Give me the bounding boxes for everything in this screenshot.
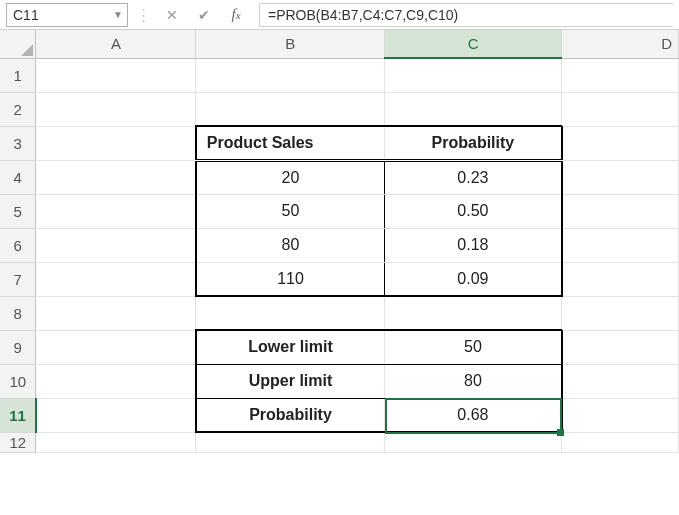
- cell-B9[interactable]: Lower limit: [196, 330, 385, 364]
- col-head-B[interactable]: B: [196, 30, 385, 58]
- formula-text: =PROB(B4:B7,C4:C7,C9,C10): [268, 7, 458, 23]
- row-head-5[interactable]: 5: [0, 194, 36, 228]
- cell-C7[interactable]: 0.09: [385, 262, 562, 296]
- cell-B8[interactable]: [196, 296, 385, 330]
- cell-B10[interactable]: Upper limit: [196, 364, 385, 398]
- row-head-8[interactable]: 8: [0, 296, 36, 330]
- cell-A1[interactable]: [36, 58, 196, 92]
- row-head-1[interactable]: 1: [0, 58, 36, 92]
- cell-D12[interactable]: [562, 432, 679, 452]
- row-head-3[interactable]: 3: [0, 126, 36, 160]
- cell-B4[interactable]: 20: [196, 160, 385, 194]
- row-head-4[interactable]: 4: [0, 160, 36, 194]
- cell-A2[interactable]: [36, 92, 196, 126]
- row-head-6[interactable]: 6: [0, 228, 36, 262]
- row-head-11[interactable]: 11: [0, 398, 36, 432]
- cell-B2[interactable]: [196, 92, 385, 126]
- cell-A12[interactable]: [36, 432, 196, 452]
- cell-D5[interactable]: [562, 194, 679, 228]
- cell-D1[interactable]: [562, 58, 679, 92]
- fx-icon[interactable]: fx: [223, 4, 249, 26]
- row-head-2[interactable]: 2: [0, 92, 36, 126]
- cell-C5[interactable]: 0.50: [385, 194, 562, 228]
- cell-C6[interactable]: 0.18: [385, 228, 562, 262]
- cell-B6[interactable]: 80: [196, 228, 385, 262]
- col-head-D[interactable]: D: [562, 30, 679, 58]
- cell-A9[interactable]: [36, 330, 196, 364]
- cell-B11[interactable]: Probability: [196, 398, 385, 432]
- cell-C4[interactable]: 0.23: [385, 160, 562, 194]
- cell-C3[interactable]: Probability: [385, 126, 562, 160]
- cell-A8[interactable]: [36, 296, 196, 330]
- cell-B12[interactable]: [196, 432, 385, 452]
- cell-B7[interactable]: 110: [196, 262, 385, 296]
- separator-icon: ⋮: [134, 6, 153, 24]
- name-box-value: C11: [13, 7, 39, 23]
- check-icon[interactable]: ✔: [191, 4, 217, 26]
- cell-C10[interactable]: 80: [385, 364, 562, 398]
- cell-C8[interactable]: [385, 296, 562, 330]
- cell-A4[interactable]: [36, 160, 196, 194]
- grid-table: A B C D 1 2 3 Product Sales Probability …: [0, 30, 679, 453]
- select-all-corner[interactable]: [0, 30, 36, 58]
- cell-C11[interactable]: 0.68: [385, 398, 562, 432]
- name-box[interactable]: C11 ▼: [6, 3, 128, 27]
- row-head-7[interactable]: 7: [0, 262, 36, 296]
- cell-C12[interactable]: [385, 432, 562, 452]
- cell-B5[interactable]: 50: [196, 194, 385, 228]
- cell-D11[interactable]: [562, 398, 679, 432]
- cell-D2[interactable]: [562, 92, 679, 126]
- cell-D9[interactable]: [562, 330, 679, 364]
- cell-D7[interactable]: [562, 262, 679, 296]
- cell-A7[interactable]: [36, 262, 196, 296]
- formula-bar: C11 ▼ ⋮ ✕ ✔ fx =PROB(B4:B7,C4:C7,C9,C10): [0, 0, 679, 30]
- cell-C1[interactable]: [385, 58, 562, 92]
- cell-C2[interactable]: [385, 92, 562, 126]
- cell-A10[interactable]: [36, 364, 196, 398]
- spreadsheet-grid: A B C D 1 2 3 Product Sales Probability …: [0, 30, 679, 453]
- cell-C9[interactable]: 50: [385, 330, 562, 364]
- cell-B3[interactable]: Product Sales: [196, 126, 385, 160]
- formula-input[interactable]: =PROB(B4:B7,C4:C7,C9,C10): [259, 3, 673, 27]
- row-head-9[interactable]: 9: [0, 330, 36, 364]
- cell-D4[interactable]: [562, 160, 679, 194]
- cell-D3[interactable]: [562, 126, 679, 160]
- col-head-A[interactable]: A: [36, 30, 196, 58]
- cell-D8[interactable]: [562, 296, 679, 330]
- row-head-12[interactable]: 12: [0, 432, 36, 452]
- chevron-down-icon[interactable]: ▼: [113, 9, 123, 20]
- cancel-icon[interactable]: ✕: [159, 4, 185, 26]
- col-head-C[interactable]: C: [385, 30, 562, 58]
- cell-A3[interactable]: [36, 126, 196, 160]
- cell-D6[interactable]: [562, 228, 679, 262]
- cell-D10[interactable]: [562, 364, 679, 398]
- cell-A5[interactable]: [36, 194, 196, 228]
- cell-A6[interactable]: [36, 228, 196, 262]
- cell-A11[interactable]: [36, 398, 196, 432]
- row-head-10[interactable]: 10: [0, 364, 36, 398]
- cell-B1[interactable]: [196, 58, 385, 92]
